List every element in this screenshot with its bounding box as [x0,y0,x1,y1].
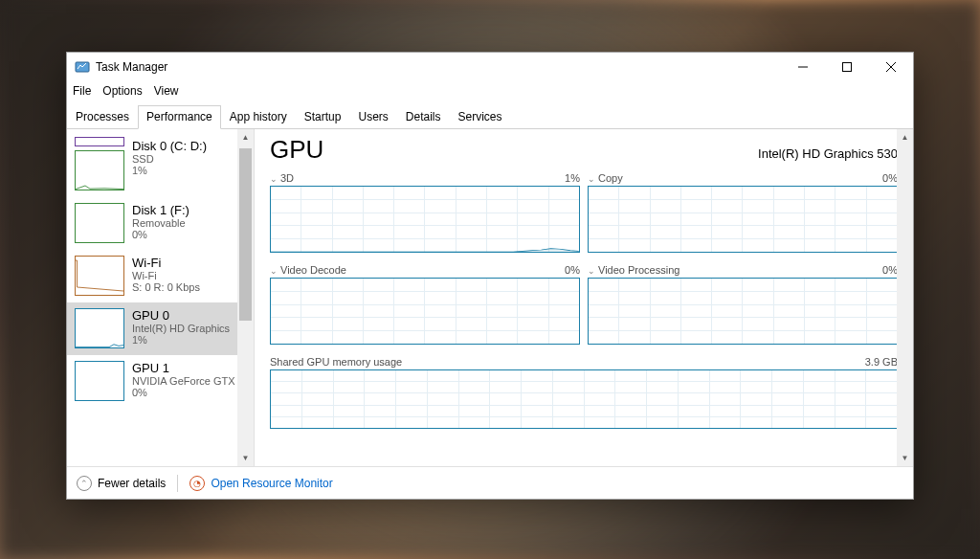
sidebar-item-gpu-1[interactable]: GPU 1NVIDIA GeForce GTX0% [67,355,254,408]
sidebar-item-title: Disk 0 (C: D:) [132,139,246,153]
footer: ⌃ Fewer details ◔ Open Resource Monitor [67,466,913,499]
scroll-up-icon[interactable]: ▲ [237,129,254,145]
content: Disk 0 (C: D:)SSD1%Disk 1 (F:)Removable0… [67,129,913,466]
sidebar-item-disk-1-f-[interactable]: Disk 1 (F:)Removable0% [67,197,254,250]
chart-box [270,369,898,429]
open-resource-monitor-link[interactable]: Open Resource Monitor [211,477,332,490]
sidebar-thumb [75,361,124,401]
chart-3d[interactable]: ⌄3D 1% [270,172,580,253]
sidebar-item-sub: Removable [132,217,246,229]
chart-value: 1% [565,172,580,184]
tabs: Processes Performance App history Startu… [67,101,913,129]
sidebar-item-value: S: 0 R: 0 Kbps [132,281,246,293]
tab-details[interactable]: Details [397,105,450,129]
chart-label: Video Decode [280,264,346,276]
menu-view[interactable]: View [154,84,179,98]
menu-options[interactable]: Options [102,84,142,98]
window-title: Task Manager [96,60,167,74]
sidebar-item-title: Wi-Fi [132,256,246,270]
close-button[interactable] [869,53,913,81]
chart-label: Shared GPU memory usage [270,356,402,368]
tab-startup[interactable]: Startup [296,105,350,129]
chart-box [270,278,580,345]
app-icon [75,59,90,75]
chart-box [588,278,898,345]
chart-value: 3.9 GB [865,356,898,368]
sidebar-scrollbar[interactable]: ▲ ▼ [237,129,254,466]
menu-file[interactable]: File [73,84,91,98]
chart-value: 0% [882,264,898,276]
sidebar-thumb [75,308,124,348]
sidebar-item-gpu-0[interactable]: GPU 0Intel(R) HD Graphics1% [67,302,254,355]
sidebar-item-wi-fi[interactable]: Wi-FiWi-FiS: 0 R: 0 Kbps [67,250,254,302]
main-scrollbar[interactable]: ▲ ▼ [897,129,913,466]
scroll-down-icon[interactable]: ▼ [897,450,913,466]
chart-value: 0% [565,264,580,276]
chart-copy[interactable]: ⌄Copy 0% [588,172,898,253]
sidebar-thumb [75,256,124,296]
chart-label: Copy [598,172,623,184]
sidebar-item-sub: Intel(R) HD Graphics [132,323,246,334]
chart-box [588,186,898,253]
chart-box [270,186,580,253]
window-controls [781,53,913,81]
sidebar-thumb-partial [75,137,124,146]
sidebar-item-title: Disk 1 (F:) [132,203,246,217]
menubar: File Options View [67,81,913,101]
sidebar-item-sub: Wi-Fi [132,270,246,281]
sidebar: Disk 0 (C: D:)SSD1%Disk 1 (F:)Removable0… [67,129,255,466]
sidebar-thumb [75,150,124,190]
resource-monitor-icon: ◔ [189,476,205,491]
sidebar-item-title: GPU 1 [132,361,246,375]
chart-video-processing[interactable]: ⌄Video Processing 0% [588,264,898,345]
sidebar-thumb [75,203,124,243]
chart-video-decode[interactable]: ⌄Video Decode 0% [270,264,580,345]
sidebar-item-sub: SSD [132,153,246,165]
sidebar-item-value: 0% [132,229,246,240]
chart-label: Video Processing [598,264,679,276]
tab-services[interactable]: Services [450,105,511,129]
scroll-up-icon[interactable]: ▲ [897,129,913,145]
tab-performance[interactable]: Performance [138,105,221,129]
sidebar-item-sub: NVIDIA GeForce GTX [132,375,246,387]
svg-rect-2 [843,62,852,71]
sidebar-item-disk-0-c-d-[interactable]: Disk 0 (C: D:)SSD1% [67,133,254,197]
main-panel: GPU Intel(R) HD Graphics 530 ⌄3D 1% [255,129,913,466]
sidebar-item-value: 0% [132,387,246,398]
chevron-up-icon[interactable]: ⌃ [77,476,92,491]
sidebar-item-value: 1% [132,165,246,176]
chart-label: 3D [280,172,294,184]
chevron-down-icon[interactable]: ⌄ [588,266,595,276]
chart-shared-memory[interactable]: Shared GPU memory usage 3.9 GB [270,356,898,429]
task-manager-window: Task Manager File Options View Processes… [66,52,914,500]
chevron-down-icon[interactable]: ⌄ [270,266,278,276]
tab-users[interactable]: Users [349,105,396,129]
titlebar[interactable]: Task Manager [67,53,913,81]
sidebar-item-title: GPU 0 [132,308,246,323]
chevron-down-icon[interactable]: ⌄ [270,174,278,184]
tab-processes[interactable]: Processes [67,105,138,129]
minimize-button[interactable] [781,53,825,81]
page-title: GPU [270,135,323,165]
fewer-details-button[interactable]: Fewer details [98,477,166,490]
maximize-button[interactable] [825,53,869,81]
tab-app-history[interactable]: App history [221,105,296,129]
chevron-down-icon[interactable]: ⌄ [588,174,595,184]
sidebar-item-value: 1% [132,334,246,346]
scroll-down-icon[interactable]: ▼ [237,450,254,466]
scrollbar-thumb[interactable] [239,148,252,321]
divider [177,475,178,492]
chart-value: 0% [882,172,898,184]
device-name: Intel(R) HD Graphics 530 [758,146,898,161]
